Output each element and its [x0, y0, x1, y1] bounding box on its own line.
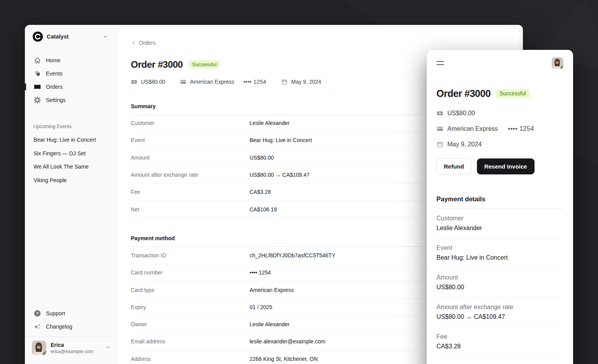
meta-amount: US$80.00 [141, 79, 165, 85]
meta-card-last4: •••• 1254 [508, 125, 534, 132]
meta-card-type: American Express [190, 79, 234, 85]
sidebar-item-support[interactable]: ? Support [30, 307, 112, 320]
sidebar-event-item[interactable]: Six Fingers — DJ Set [30, 147, 112, 160]
gear-icon [33, 96, 41, 104]
chevron-up-icon [105, 344, 111, 352]
order-meta: US$80.00 American Express •••• 1254 May … [436, 106, 563, 152]
payment-details-list: Customer Leslie Alexander Event Bear Hug… [436, 209, 563, 357]
brand-name: Catalyst [47, 33, 98, 40]
breadcrumb-back-orders[interactable]: Orders [131, 40, 156, 46]
meta-amount: US$80.00 [447, 110, 475, 117]
home-icon [33, 56, 41, 64]
team-switcher[interactable]: Catalyst [25, 25, 117, 48]
sidebar-item-home[interactable]: Home [30, 54, 112, 67]
sidebar-nav: Home Events Orders Settings [25, 48, 117, 107]
status-badge: Successful [189, 60, 220, 69]
refund-button[interactable]: Refund [436, 158, 471, 174]
sparkles-icon [33, 323, 41, 331]
sidebar-item-events[interactable]: Events [30, 67, 112, 80]
user-email: erica@example.com [51, 349, 101, 354]
sidebar-item-orders[interactable]: Orders [30, 80, 112, 93]
upcoming-events-label: Upcoming Events [25, 124, 117, 129]
user-avatar[interactable] [552, 57, 563, 69]
sidebar-event-item[interactable]: We All Look The Same [30, 160, 112, 174]
page-title: Order #3000 [436, 88, 491, 99]
chevron-left-icon [131, 40, 137, 46]
sidebar-event-item[interactable]: Viking People [30, 174, 112, 187]
account-menu[interactable]: Erica erica@example.com [25, 337, 117, 355]
mobile-app-window: Order #3000 Successful US$80.00 American… [427, 50, 573, 364]
list-item: Customer Leslie Alexander [436, 209, 563, 238]
catalyst-logo-icon [33, 32, 43, 42]
list-item: Fee CA$3.28 [436, 327, 563, 357]
orders-ticket-icon [33, 83, 41, 91]
calendar-icon [436, 141, 443, 148]
upcoming-events-list: Bear Hug: Live in Concert Six Fingers — … [25, 129, 117, 187]
payment-details-heading: Payment details [436, 195, 563, 203]
active-indicator [25, 83, 26, 90]
page-title: Order #3000 [131, 59, 183, 70]
sidebar-footer: ? Support Changelog Erica erica@example.… [25, 307, 117, 355]
user-avatar [32, 341, 46, 355]
list-item: Event Bear Hug: Live in Concert [436, 238, 563, 268]
meta-date: May 9, 2024 [447, 141, 482, 148]
sidebar-event-item[interactable]: Bear Hug: Live in Concert [30, 133, 112, 147]
status-badge: Successful [496, 89, 529, 98]
user-name: Erica [51, 342, 101, 348]
events-icon [33, 70, 41, 77]
list-item: Amount US$80.00 [436, 268, 563, 297]
mobile-navbar [436, 57, 563, 69]
list-item: Amount after exchange rate US$80.00 → CA… [436, 297, 563, 327]
sidebar-item-settings[interactable]: Settings [30, 93, 112, 107]
meta-card-type: American Express [447, 125, 498, 132]
meta-date: May 9, 2024 [291, 79, 321, 85]
svg-text:?: ? [36, 311, 39, 316]
banknote-icon [436, 110, 443, 117]
calendar-icon [281, 79, 288, 85]
banknote-icon [131, 79, 137, 85]
sidebar-item-changelog[interactable]: Changelog [30, 320, 112, 333]
sidebar: Catalyst Home Events Orders Settings [25, 25, 117, 364]
support-icon: ? [33, 309, 41, 317]
meta-card-last4: •••• 1254 [243, 79, 266, 85]
menu-icon[interactable] [436, 58, 446, 68]
resend-invoice-button[interactable]: Resend Invoice [477, 158, 535, 174]
chevron-down-icon [102, 33, 109, 40]
credit-card-icon [436, 125, 443, 132]
credit-card-icon [180, 79, 186, 85]
